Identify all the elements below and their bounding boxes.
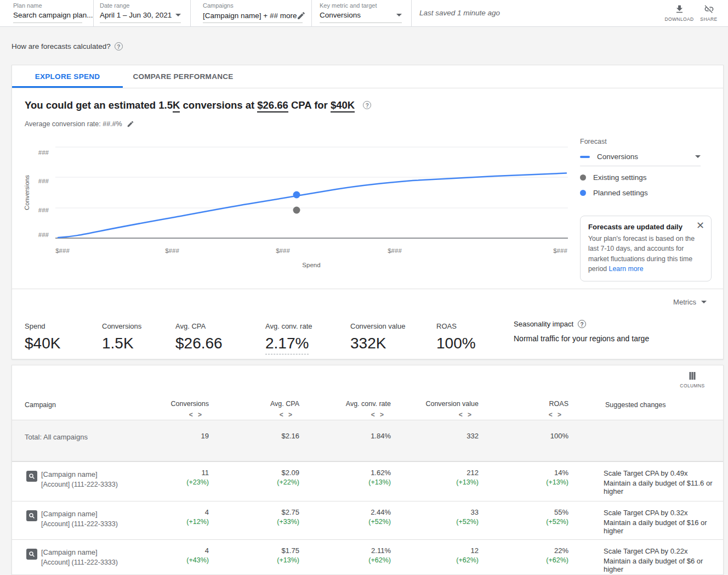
metric-label: Spend	[25, 322, 60, 330]
metric-label: Avg. conv. rate	[265, 322, 312, 330]
cell-avg-cpa: $2.75	[244, 508, 299, 516]
campaigns-field[interactable]: Campaigns [Campaign name] + ## more	[203, 2, 303, 23]
compare-toggle-icon[interactable]: < >	[424, 411, 479, 419]
suggested-change-1: Scale Target CPA by 0.32x	[604, 509, 687, 517]
spend-forecast-chart: Conversions ### ### ### ### $### $### $#…	[22, 140, 571, 275]
columns-button[interactable]: COLUMNS	[675, 371, 710, 388]
cell-roas: 14%	[514, 469, 568, 477]
metric-conversions: Conversions 1.5K	[102, 322, 141, 352]
chevron-down-icon	[175, 14, 181, 16]
headline-spend-value[interactable]: $40K	[331, 99, 355, 112]
compare-toggle-icon[interactable]: < >	[336, 411, 391, 419]
column-header-conversion-value: Conversion value < >	[424, 400, 479, 419]
help-icon[interactable]: ?	[578, 320, 586, 328]
compare-toggle-icon[interactable]: < >	[514, 411, 568, 419]
x-tick: $###	[553, 247, 567, 254]
plan-name-field[interactable]: Plan name Search campaign plan...	[13, 2, 82, 23]
toolbar-divider	[311, 0, 312, 26]
share-label: SHARE	[700, 16, 717, 22]
x-axis-title: Spend	[302, 262, 320, 268]
learn-more-link[interactable]: Learn more	[609, 265, 644, 273]
y-tick: ###	[38, 232, 49, 238]
edit-pencil-icon[interactable]	[297, 11, 306, 20]
campaign-row[interactable]: [Campaign name] [Account] (111-222-3333)…	[12, 501, 723, 539]
key-metric-label: Key metric and target	[320, 2, 402, 9]
forecast-headline: You could get an estimated 1.5K conversi…	[25, 99, 371, 111]
close-icon[interactable]: ✕	[696, 221, 704, 230]
seasonality-text: Normal traffic for your regions and targ…	[514, 334, 649, 343]
edit-pencil-icon[interactable]	[127, 120, 134, 128]
search-campaign-icon	[26, 549, 37, 560]
metric-spend: Spend $40K	[25, 322, 60, 352]
conversions-forecast-line	[58, 173, 566, 238]
toolbar-divider	[93, 0, 94, 26]
headline-conversions-unit[interactable]: K	[173, 99, 180, 112]
cell-roas-delta: (+13%)	[514, 478, 568, 486]
download-label: DOWNLOAD	[664, 16, 693, 22]
chart-legend: Forecast Conversions Existing settings P…	[580, 138, 701, 197]
column-header-label: Conversion value	[424, 400, 479, 408]
metrics-dropdown[interactable]: Metrics	[673, 298, 707, 306]
headline-help-icon[interactable]: ?	[363, 101, 371, 109]
existing-settings-point[interactable]	[293, 207, 300, 214]
legend-existing-label: Existing settings	[593, 173, 647, 182]
metric-avg-conv-rate: Avg. conv. rate 2.17%	[265, 322, 312, 354]
cell-avg-cpa-delta: (+13%)	[244, 556, 299, 564]
metric-label: Conversions	[102, 322, 141, 330]
cell-conversions: 11	[154, 469, 209, 477]
key-metric-field[interactable]: Key metric and target Conversions	[320, 2, 402, 23]
cell-avg-conv-rate-delta: (+13%)	[336, 478, 391, 486]
metric-value[interactable]: 2.17%	[265, 335, 309, 354]
cell-avg-conv-rate-delta: (+62%)	[336, 556, 391, 564]
tab-explore-spend[interactable]: EXPLORE SPEND	[12, 65, 123, 88]
legend-series-dropdown[interactable]: Conversions	[580, 153, 701, 166]
columns-icon	[688, 371, 697, 380]
cell-roas-delta: (+62%)	[514, 556, 568, 564]
campaign-row[interactable]: [Campaign name] [Account] (111-222-3333)…	[12, 539, 723, 575]
cell-conversions-delta: (+23%)	[154, 478, 209, 486]
column-header-label: ROAS	[514, 400, 568, 408]
date-range-field[interactable]: Date range April 1 – Jun 30, 2021	[100, 2, 181, 23]
chevron-down-icon	[695, 155, 701, 158]
suggested-change-1: Scale Target CPA by 0.22x	[604, 547, 687, 555]
headline-cpa-value[interactable]: $26.66	[257, 99, 288, 112]
campaign-account: [Account] (111-222-3333)	[41, 520, 118, 528]
x-tick: $###	[276, 247, 290, 254]
search-campaign-icon	[26, 471, 37, 482]
campaign-account: [Account] (111-222-3333)	[41, 481, 118, 488]
y-tick: ###	[38, 149, 49, 156]
column-header-label: Avg. conv. rate	[336, 400, 391, 408]
planned-settings-point[interactable]	[293, 191, 300, 199]
tab-compare-performance[interactable]: COMPARE PERFORMANCE	[123, 65, 243, 88]
campaign-row[interactable]: [Campaign name] [Account] (111-222-3333)…	[12, 461, 723, 501]
date-range-label: Date range	[100, 2, 181, 9]
key-metric-value: Conversions	[320, 11, 361, 19]
column-header-roas: ROAS < >	[514, 400, 568, 419]
cell-conversion-value-delta: (+62%)	[424, 556, 479, 564]
plan-name-label: Plan name	[13, 2, 82, 9]
tab-bar: EXPLORE SPEND COMPARE PERFORMANCE	[12, 65, 723, 88]
download-button[interactable]: DOWNLOAD	[667, 4, 692, 22]
cell-avg-conv-rate-delta: (+52%)	[336, 518, 391, 526]
plan-name-value: Search campaign plan...	[13, 11, 93, 19]
cell-roas: 55%	[514, 508, 568, 516]
planned-dot-icon	[580, 190, 586, 196]
download-icon	[674, 4, 685, 14]
toolbar-divider	[411, 0, 412, 26]
column-header-avg-cpa: Avg. CPA < >	[244, 400, 299, 419]
compare-toggle-icon[interactable]: < >	[244, 411, 299, 419]
info-card-title: Forecasts are updated daily	[588, 223, 703, 231]
compare-toggle-icon[interactable]: < >	[154, 411, 209, 419]
search-campaign-icon	[26, 510, 37, 521]
metric-label: Avg. CPA	[175, 322, 223, 330]
x-tick: $###	[55, 247, 70, 254]
column-header-label: Avg. CPA	[244, 400, 299, 408]
column-header-avg-conv-rate: Avg. conv. rate < >	[336, 400, 391, 419]
cell-avg-cpa: $1.75	[244, 546, 299, 555]
active-tab-indicator	[12, 86, 123, 88]
section-divider	[12, 289, 723, 289]
share-button[interactable]: SHARE	[696, 4, 721, 22]
forecasts-help-link[interactable]: How are forecasts calculated? ?	[12, 42, 123, 50]
metric-roas: ROAS 100%	[436, 322, 476, 352]
cell-roas-delta: (+52%)	[514, 518, 568, 526]
